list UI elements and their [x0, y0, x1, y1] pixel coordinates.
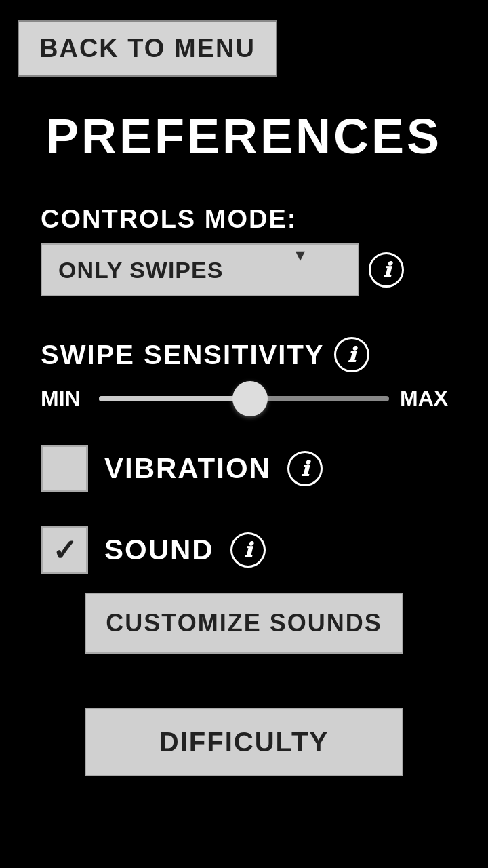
controls-mode-section: CONTROLS MODE: ONLY SWIPES SWIPES AND TA…	[41, 205, 447, 296]
sound-section: ✓ SOUND ℹ	[41, 526, 447, 574]
checkmark-icon: ✓	[52, 533, 77, 568]
vibration-section: VIBRATION ℹ	[41, 445, 447, 492]
slider-max-label: MAX	[400, 386, 447, 411]
vibration-label: VIBRATION	[104, 452, 271, 485]
controls-mode-info-icon[interactable]: ℹ	[369, 252, 404, 288]
page-title: PREFERENCES	[46, 108, 442, 164]
back-to-menu-button[interactable]: BACK TO MENU	[18, 20, 277, 77]
vibration-info-icon[interactable]: ℹ	[287, 451, 323, 486]
swipe-sensitivity-section: SWIPE SENSITIVITY ℹ MIN MAX	[41, 337, 447, 411]
vibration-checkbox[interactable]	[41, 445, 88, 492]
sound-label: SOUND	[104, 534, 214, 566]
slider-row: MIN MAX	[41, 386, 447, 411]
slider-fill	[99, 396, 250, 401]
controls-mode-text: CONTROLS MODE:	[41, 205, 297, 234]
controls-mode-label: CONTROLS MODE:	[41, 205, 447, 234]
controls-mode-dropdown-wrapper: ONLY SWIPES SWIPES AND TAPS ONLY TAPS ▾ …	[41, 243, 447, 296]
difficulty-button[interactable]: DIFFICULTY	[85, 708, 403, 776]
controls-mode-select[interactable]: ONLY SWIPES SWIPES AND TAPS ONLY TAPS	[41, 243, 359, 296]
swipe-sensitivity-info-icon[interactable]: ℹ	[334, 337, 369, 372]
customize-sounds-button[interactable]: CUSTOMIZE SOUNDS	[85, 593, 403, 654]
slider-thumb[interactable]	[232, 381, 268, 416]
swipe-sensitivity-label-row: SWIPE SENSITIVITY ℹ	[41, 337, 447, 372]
slider-track	[99, 396, 389, 401]
sound-checkbox[interactable]: ✓	[41, 526, 88, 574]
sound-info-icon[interactable]: ℹ	[230, 532, 266, 568]
slider-min-label: MIN	[41, 386, 88, 411]
swipe-sensitivity-label: SWIPE SENSITIVITY	[41, 340, 325, 370]
